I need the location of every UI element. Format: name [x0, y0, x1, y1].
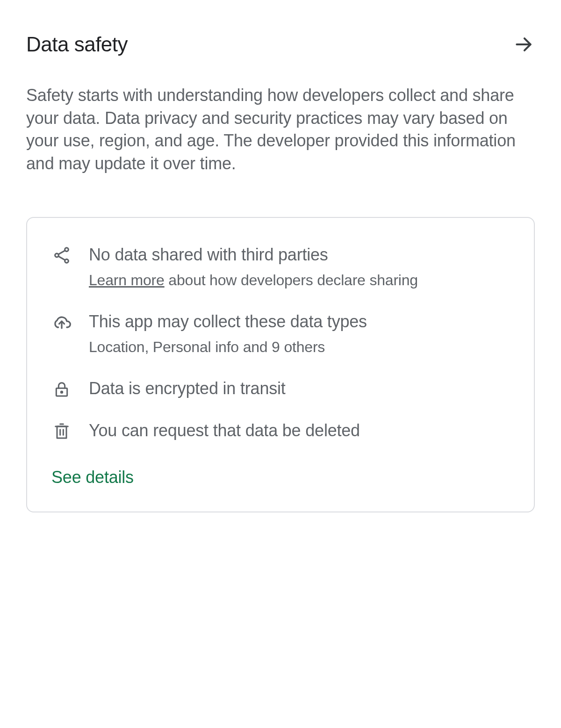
- section-header: Data safety: [26, 33, 535, 56]
- svg-point-3: [65, 259, 69, 263]
- arrow-forward-button[interactable]: [512, 33, 535, 56]
- data-item-deletion: You can request that data be deleted: [51, 420, 510, 441]
- item-title: No data shared with third parties: [89, 244, 510, 265]
- delete-icon: [51, 421, 72, 441]
- item-title: This app may collect these data types: [89, 311, 510, 332]
- cloud-upload-icon: [51, 312, 72, 332]
- item-body: This app may collect these data types Lo…: [89, 311, 510, 357]
- item-body: No data shared with third parties Learn …: [89, 244, 510, 290]
- arrow-right-icon: [513, 34, 534, 55]
- svg-point-2: [55, 254, 59, 258]
- learn-more-link[interactable]: Learn more: [89, 272, 165, 288]
- see-details-button[interactable]: See details: [51, 468, 510, 487]
- section-description: Safety starts with understanding how dev…: [26, 84, 535, 175]
- item-title: You can request that data be deleted: [89, 420, 510, 441]
- svg-line-5: [58, 256, 65, 260]
- item-body: Data is encrypted in transit: [89, 378, 510, 399]
- svg-line-4: [58, 251, 65, 254]
- item-title: Data is encrypted in transit: [89, 378, 510, 399]
- item-body: You can request that data be deleted: [89, 420, 510, 441]
- item-subtitle: Learn more about how developers declare …: [89, 271, 510, 290]
- svg-point-1: [65, 248, 69, 252]
- data-item-collection: This app may collect these data types Lo…: [51, 311, 510, 357]
- svg-rect-9: [57, 426, 66, 438]
- data-item-encryption: Data is encrypted in transit: [51, 378, 510, 399]
- sub-remainder: about how developers declare sharing: [165, 272, 418, 288]
- lock-icon: [51, 379, 72, 399]
- svg-point-8: [61, 391, 62, 393]
- item-subtitle: Location, Personal info and 9 others: [89, 338, 510, 357]
- data-item-sharing: No data shared with third parties Learn …: [51, 244, 510, 290]
- share-icon: [51, 245, 72, 266]
- data-safety-card: No data shared with third parties Learn …: [26, 217, 535, 512]
- section-title: Data safety: [26, 33, 128, 56]
